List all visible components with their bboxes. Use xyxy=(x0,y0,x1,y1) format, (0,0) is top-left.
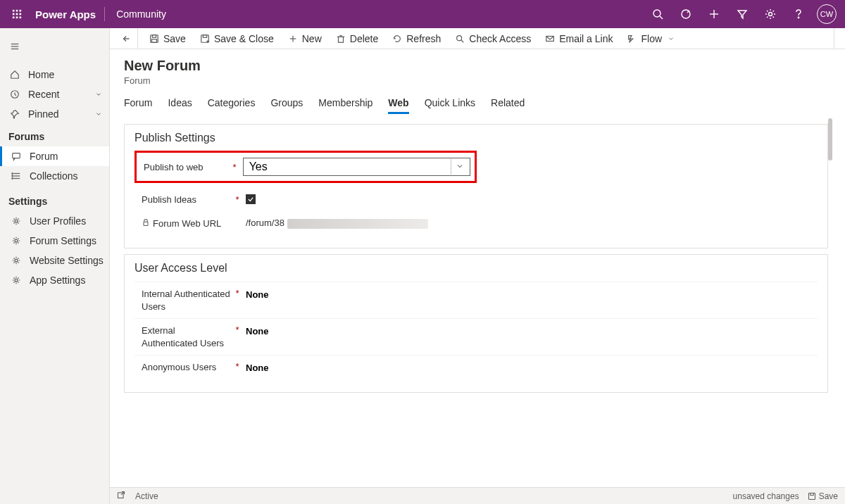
sidebar-item-forum-settings[interactable]: Forum Settings xyxy=(0,231,109,251)
save-icon xyxy=(808,492,816,500)
help-icon[interactable] xyxy=(784,0,813,28)
sidebar-item-website-settings[interactable]: Website Settings xyxy=(0,251,109,270)
tab-membership[interactable]: Membership xyxy=(318,97,373,114)
product-name[interactable]: Power Apps xyxy=(34,8,104,20)
field-internal-users[interactable]: Internal Authenticated Users * None xyxy=(134,282,818,318)
home-icon xyxy=(8,70,21,80)
command-bar: Save Save & Close New Delete Refresh Che… xyxy=(110,28,845,49)
pin-icon xyxy=(8,109,21,119)
plus-icon[interactable] xyxy=(700,0,728,28)
svg-point-27 xyxy=(12,175,13,177)
required-indicator: * xyxy=(230,162,238,172)
svg-line-49 xyxy=(121,492,125,496)
cmd-check-access[interactable]: Check Access xyxy=(448,28,538,49)
cmd-delete[interactable]: Delete xyxy=(329,28,385,49)
cmdbar-overflow[interactable] xyxy=(834,28,839,49)
tab-related[interactable]: Related xyxy=(491,97,525,114)
hamburger-icon[interactable] xyxy=(0,28,109,65)
svg-point-9 xyxy=(653,10,661,17)
cmd-label: Flow xyxy=(641,33,662,44)
svg-rect-35 xyxy=(152,34,156,37)
footer-save-button[interactable]: Save xyxy=(808,491,838,501)
section-title: Publish Settings xyxy=(134,132,818,144)
sidebar-item-app-settings[interactable]: App Settings xyxy=(0,270,109,290)
highlight-box: Publish to web * Yes xyxy=(134,151,477,183)
field-label: Internal Authenticated Users xyxy=(142,288,233,313)
svg-rect-6 xyxy=(13,17,15,19)
svg-point-28 xyxy=(12,178,13,179)
filter-icon[interactable] xyxy=(728,0,756,28)
publish-ideas-checkbox[interactable] xyxy=(246,194,256,204)
sidebar-item-label: User Profiles xyxy=(30,215,86,227)
check-access-icon xyxy=(455,34,465,44)
environment-name[interactable]: Community xyxy=(105,8,177,20)
cmd-label: New xyxy=(302,33,322,44)
nav-home[interactable]: Home xyxy=(0,65,109,84)
cmd-new[interactable]: New xyxy=(281,28,329,49)
target-icon[interactable] xyxy=(672,0,700,28)
svg-point-16 xyxy=(769,13,772,16)
required-indicator: * xyxy=(233,361,242,372)
avatar[interactable]: CW xyxy=(817,4,837,24)
trash-icon xyxy=(336,34,346,44)
gear-icon xyxy=(10,256,23,265)
cmd-save-close[interactable]: Save & Close xyxy=(193,28,281,49)
cmd-flow[interactable]: Flow xyxy=(620,28,682,49)
nav-pinned[interactable]: Pinned xyxy=(0,104,109,124)
svg-rect-7 xyxy=(16,17,18,19)
save-close-icon xyxy=(200,34,210,44)
list-icon xyxy=(10,171,23,181)
tab-forum[interactable]: Forum xyxy=(124,97,152,114)
cmd-email-link[interactable]: Email a Link xyxy=(538,28,620,49)
back-button[interactable] xyxy=(115,28,138,49)
sidebar-item-collections[interactable]: Collections xyxy=(0,166,109,186)
cmd-label: Save xyxy=(163,33,186,44)
cmd-refresh[interactable]: Refresh xyxy=(385,28,448,49)
field-anonymous-users[interactable]: Anonymous Users * None xyxy=(134,355,818,379)
tab-web[interactable]: Web xyxy=(388,97,408,114)
sidebar-heading-forums: Forums xyxy=(0,124,109,146)
svg-rect-38 xyxy=(203,34,206,37)
svg-rect-22 xyxy=(13,153,20,158)
app-launcher-icon[interactable] xyxy=(0,0,34,28)
tab-groups[interactable]: Groups xyxy=(270,97,303,114)
svg-point-44 xyxy=(457,35,462,40)
settings-icon[interactable] xyxy=(756,0,784,28)
cmd-save[interactable]: Save xyxy=(142,28,193,49)
cmd-label: Save & Close xyxy=(214,33,274,44)
gear-icon xyxy=(10,236,23,246)
gear-icon xyxy=(10,216,23,226)
refresh-icon xyxy=(392,34,402,44)
sidebar-item-label: Forum xyxy=(30,151,58,162)
field-label: Forum Web URL xyxy=(142,218,233,229)
search-icon[interactable] xyxy=(644,0,672,28)
content-area: Publish Settings Publish to web * Yes Pu… xyxy=(110,114,845,487)
chevron-down-icon xyxy=(95,108,102,120)
nav-recent[interactable]: Recent xyxy=(0,84,109,104)
chevron-down-icon xyxy=(456,160,464,173)
sidebar-item-forum[interactable]: Forum xyxy=(0,146,109,166)
tab-categories[interactable]: Categories xyxy=(208,97,256,114)
tab-ideas[interactable]: Ideas xyxy=(168,97,192,114)
tab-quick-links[interactable]: Quick Links xyxy=(425,97,475,114)
required-indicator: * xyxy=(233,194,242,205)
publish-to-web-select[interactable]: Yes xyxy=(243,158,470,176)
field-label: External Authenticated Users xyxy=(142,325,233,349)
forum-icon xyxy=(10,151,23,161)
sidebar-item-user-profiles[interactable]: User Profiles xyxy=(0,211,109,231)
tab-bar: Forum Ideas Categories Groups Membership… xyxy=(110,89,845,114)
field-external-users[interactable]: External Authenticated Users * None xyxy=(134,318,818,355)
flow-icon xyxy=(627,34,637,44)
chevron-down-icon xyxy=(668,35,675,42)
cmd-label: Delete xyxy=(350,33,378,44)
top-bar: Power Apps Community CW xyxy=(0,0,845,28)
svg-rect-3 xyxy=(13,13,15,15)
field-publish-to-web: Publish to web * Yes xyxy=(141,155,470,179)
save-icon xyxy=(149,34,159,44)
sidebar-item-label: Collections xyxy=(30,170,77,182)
page-subtitle: Forum xyxy=(124,75,831,86)
svg-line-10 xyxy=(660,16,663,19)
popout-icon[interactable] xyxy=(117,491,125,501)
scrollbar-thumb[interactable] xyxy=(828,118,832,160)
plus-icon xyxy=(288,34,298,44)
